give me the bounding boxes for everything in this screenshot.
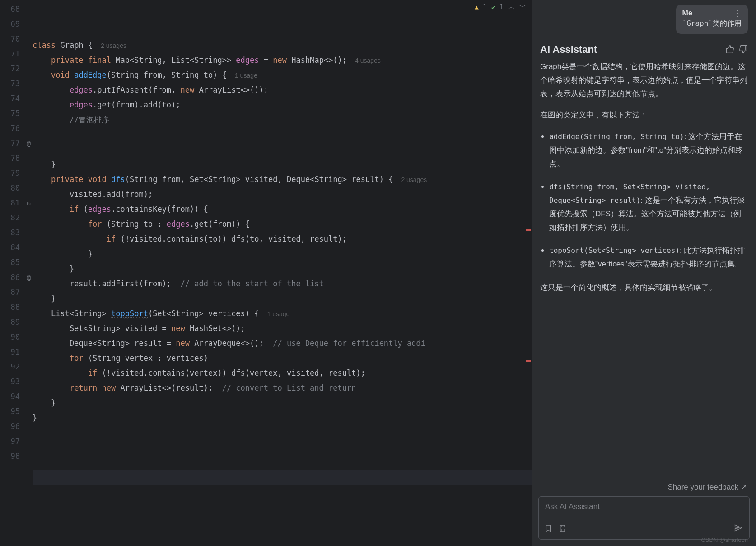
warning-badge[interactable]: ▲ 1 bbox=[475, 3, 487, 11]
line-number: 97 bbox=[0, 434, 33, 449]
code-line[interactable]: return new ArrayList<>(result); // conve… bbox=[33, 381, 532, 396]
line-number: 79 bbox=[0, 166, 33, 181]
line-number-gutter: 68697071727374757677@78798081↻8283848586… bbox=[0, 0, 33, 546]
thumbs-up-icon[interactable] bbox=[725, 45, 734, 55]
line-number: 84 bbox=[0, 240, 33, 255]
ok-badge[interactable]: ✔ 1 bbox=[491, 3, 504, 11]
line-number: 92 bbox=[0, 359, 33, 374]
code-line[interactable] bbox=[33, 440, 532, 455]
code-line[interactable]: edges.get(from).add(to); bbox=[33, 98, 532, 112]
usage-hint: 1 usage bbox=[227, 72, 257, 79]
code-line[interactable]: result.addFirst(from); // add to the sta… bbox=[33, 276, 532, 291]
line-number: 88 bbox=[0, 300, 33, 315]
code-line[interactable]: } bbox=[33, 291, 532, 306]
user-label: Me bbox=[682, 9, 692, 17]
usage-hint: 1 usage bbox=[259, 310, 290, 317]
code-line[interactable]: } bbox=[33, 247, 532, 261]
code-line[interactable]: edges.putIfAbsent(from, new ArrayList<>(… bbox=[33, 83, 532, 98]
chat-scroll[interactable]: Me ⋮ `Graph`类的作用 AI Assistant Graph类是一个数… bbox=[532, 0, 756, 481]
code-line[interactable]: if (!visited.contains(vertex)) dfs(verte… bbox=[33, 366, 532, 381]
line-number: 80 bbox=[0, 181, 33, 196]
line-number: 86@ bbox=[0, 270, 33, 285]
thumbs-down-icon[interactable] bbox=[739, 45, 748, 55]
bookmark-icon[interactable] bbox=[544, 524, 552, 535]
line-number: 73 bbox=[0, 76, 33, 91]
assistant-list-item: topoSort(Set<String> vertices): 此方法执行拓扑排… bbox=[549, 244, 748, 271]
prev-highlight-icon[interactable]: ︿ bbox=[508, 3, 515, 11]
line-number: 89 bbox=[0, 315, 33, 330]
code-line[interactable]: } bbox=[33, 261, 532, 276]
line-number: 75 bbox=[0, 106, 33, 121]
code-line[interactable]: private final Map<String, List<String>> … bbox=[33, 53, 532, 68]
line-number: 69 bbox=[0, 17, 33, 32]
line-number: 77@ bbox=[0, 136, 33, 151]
assistant-input-placeholder: Ask AI Assistant bbox=[545, 502, 600, 511]
line-number: 95 bbox=[0, 404, 33, 419]
code-editor-pane: 68697071727374757677@78798081↻8283848586… bbox=[0, 0, 532, 546]
code-line[interactable] bbox=[33, 470, 532, 485]
assistant-message: AI Assistant Graph类是一个数据结构，它使用哈希映射来存储图的边… bbox=[540, 44, 748, 294]
usage-hint: 4 usages bbox=[347, 57, 381, 64]
send-icon[interactable] bbox=[734, 523, 743, 535]
code-line[interactable] bbox=[33, 425, 532, 440]
assistant-paragraph: Graph类是一个数据结构，它使用哈希映射来存储图的边。这个哈希映射的键是字符串… bbox=[540, 60, 748, 100]
gutter-icon[interactable]: ↻ bbox=[27, 196, 31, 210]
code-line[interactable] bbox=[33, 127, 532, 142]
assistant-paragraph: 在图的类定义中，有以下方法： bbox=[540, 108, 748, 122]
save-icon[interactable] bbox=[559, 524, 567, 535]
line-number: 91 bbox=[0, 345, 33, 359]
message-menu-icon[interactable]: ⋮ bbox=[733, 9, 742, 17]
user-message-text: `Graph`类的作用 bbox=[682, 19, 742, 28]
gutter-icon[interactable]: @ bbox=[27, 136, 31, 151]
editor-inspection-badges: ▲ 1 ✔ 1 ︿ ﹀ bbox=[475, 3, 526, 11]
code-line[interactable]: private void dfs(String from, Set<String… bbox=[33, 172, 532, 187]
code-line[interactable]: void addEdge(String from, String to) {1 … bbox=[33, 68, 532, 83]
ai-assistant-pane: Me ⋮ `Graph`类的作用 AI Assistant Graph类是一个数… bbox=[532, 0, 756, 546]
line-number: 87 bbox=[0, 285, 33, 300]
assistant-input[interactable]: Ask AI Assistant bbox=[538, 496, 750, 540]
code-line[interactable]: visited.add(from); bbox=[33, 187, 532, 202]
assistant-paragraph: 这只是一个简化的概述，具体的实现细节被省略了。 bbox=[540, 281, 748, 294]
code-line[interactable]: } bbox=[33, 396, 532, 411]
line-number: 76 bbox=[0, 121, 33, 136]
line-number: 93 bbox=[0, 374, 33, 389]
code-line[interactable] bbox=[33, 455, 532, 470]
line-number: 71 bbox=[0, 47, 33, 61]
assistant-title: AI Assistant bbox=[540, 44, 597, 56]
line-number: 96 bbox=[0, 419, 33, 434]
line-number: 74 bbox=[0, 91, 33, 106]
assistant-list-item: dfs(String from, Set<String> visited, De… bbox=[549, 180, 748, 234]
code-line[interactable]: for (String to : edges.get(from)) { bbox=[33, 217, 532, 232]
code-line[interactable]: } bbox=[33, 157, 532, 172]
line-number: 68 bbox=[0, 2, 33, 17]
code-line[interactable]: //冒泡排序 bbox=[33, 112, 532, 127]
line-number: 98 bbox=[0, 449, 33, 464]
line-number: 78 bbox=[0, 151, 33, 166]
code-line[interactable]: Deque<String> result = new ArrayDeque<>(… bbox=[33, 336, 532, 351]
code-line[interactable]: for (String vertex : vertices) bbox=[33, 351, 532, 366]
code-line[interactable]: } bbox=[33, 411, 532, 425]
usage-hint: 2 usages bbox=[393, 176, 427, 183]
share-feedback-link[interactable]: Share your feedback ↗ bbox=[532, 481, 756, 496]
line-number: 85 bbox=[0, 255, 33, 270]
user-message-bubble: Me ⋮ `Graph`类的作用 bbox=[676, 5, 748, 34]
line-number: 70 bbox=[0, 32, 33, 47]
code-line[interactable] bbox=[33, 142, 532, 157]
code-line[interactable]: Set<String> visited = new HashSet<>(); bbox=[33, 321, 532, 336]
line-number: 82 bbox=[0, 210, 33, 225]
code-line[interactable] bbox=[33, 485, 532, 500]
code-line[interactable]: if (!visited.contains(to)) dfs(to, visit… bbox=[33, 232, 532, 247]
gutter-icon[interactable]: @ bbox=[27, 270, 31, 285]
line-number: 81↻ bbox=[0, 196, 33, 210]
line-number: 94 bbox=[0, 389, 33, 404]
code-area[interactable]: ▲ 1 ✔ 1 ︿ ﹀ class Graph {2 usages privat… bbox=[33, 0, 532, 546]
line-number: 83 bbox=[0, 225, 33, 240]
code-line[interactable]: if (edges.containsKey(from)) { bbox=[33, 202, 532, 217]
usage-hint: 2 usages bbox=[93, 42, 126, 49]
assistant-list-item: addEdge(String from, String to): 这个方法用于在… bbox=[549, 130, 748, 170]
assistant-body: Graph类是一个数据结构，它使用哈希映射来存储图的边。这个哈希映射的键是字符串… bbox=[540, 60, 748, 294]
line-number: 90 bbox=[0, 330, 33, 345]
code-line[interactable]: class Graph {2 usages bbox=[33, 38, 532, 53]
line-number: 72 bbox=[0, 61, 33, 76]
code-line[interactable]: List<String> topoSort(Set<String> vertic… bbox=[33, 306, 532, 321]
